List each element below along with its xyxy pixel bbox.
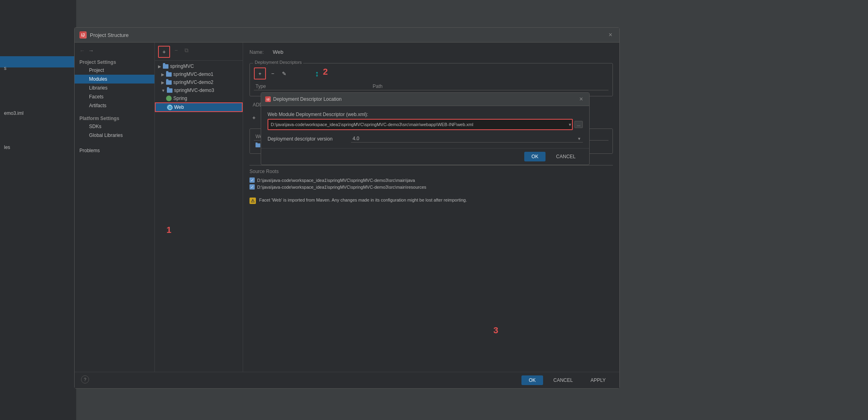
web-module-descriptor-input-wrapper: ▼ bbox=[268, 119, 573, 130]
ok-button[interactable]: OK bbox=[521, 375, 543, 385]
add-web-resource-button[interactable]: + bbox=[249, 113, 258, 122]
sub-dialog-body: Web Module Deployment Descriptor (web.xm… bbox=[261, 106, 589, 148]
sub-dialog-title-content: IJ Deployment Descriptor Location bbox=[265, 96, 342, 102]
deployment-descriptors-toolbar: + − ✎ ↕ 2 bbox=[254, 67, 608, 80]
updown-arrow-icon: ↕ bbox=[315, 69, 319, 78]
annotation-2: 2 bbox=[323, 67, 328, 77]
warning-icon: ⚠ bbox=[249, 198, 256, 204]
name-label: Name: bbox=[249, 49, 270, 55]
source-root-1-path: D:\java\java-code\workspace_idea1\spring… bbox=[257, 178, 415, 183]
tree-item-springmvc-demo3[interactable]: ▼ springMVC-demo3 bbox=[155, 86, 243, 94]
dialog-close-button[interactable]: × bbox=[606, 31, 614, 39]
tree-copy-button[interactable]: ⧉ bbox=[182, 46, 191, 55]
nav-back-forward: ← → bbox=[75, 46, 154, 57]
sub-dialog-close-button[interactable]: × bbox=[577, 95, 585, 103]
dropdown-arrow-icon[interactable]: ▼ bbox=[568, 122, 572, 127]
sub-dialog-footer: OK CANCEL bbox=[261, 148, 589, 165]
left-nav-panel: ← → Project Settings Project Modules Lib… bbox=[75, 43, 155, 372]
folder-icon bbox=[166, 72, 172, 77]
source-roots-title: Source Roots bbox=[249, 169, 613, 174]
tree-add-button-highlighted[interactable]: + bbox=[158, 46, 170, 58]
tree-item-spring[interactable]: Spring bbox=[155, 94, 243, 102]
nav-item-artifacts[interactable]: Artifacts bbox=[75, 101, 154, 110]
tree-add-button[interactable]: + bbox=[160, 47, 168, 56]
cancel-button[interactable]: CANCEL bbox=[546, 375, 580, 385]
source-root-2-path: D:\java\java-code\workspace_idea1\spring… bbox=[257, 185, 426, 190]
source-roots-section: Source Roots D:\java\java-code\workspace… bbox=[249, 162, 613, 190]
dialog-body: ← → Project Settings Project Modules Lib… bbox=[75, 43, 619, 372]
web-icon bbox=[167, 104, 172, 110]
version-dropdown-arrow-icon[interactable]: ▼ bbox=[577, 137, 581, 141]
dialog-title-bar: IJ Project Structure × bbox=[75, 28, 619, 43]
source-root-1-row: D:\java\java-code\workspace_idea1\spring… bbox=[249, 177, 613, 183]
web-module-descriptor-input[interactable] bbox=[268, 120, 568, 129]
chevron-right-icon: ▶ bbox=[161, 72, 164, 77]
dir-icon bbox=[256, 143, 260, 147]
edit-descriptor-button[interactable]: ✎ bbox=[280, 69, 288, 78]
dialog-footer: ? OK CANCEL APPLY bbox=[75, 372, 619, 388]
tree-item-springmvc[interactable]: ▶ springMVC bbox=[155, 62, 243, 70]
path-col-header: Path bbox=[373, 84, 607, 89]
sub-dialog-title-text: Deployment Descriptor Location bbox=[273, 96, 342, 102]
add-descriptor-button-highlighted[interactable]: + bbox=[254, 67, 266, 80]
folder-icon bbox=[163, 64, 168, 69]
nav-item-sdks[interactable]: SDKs bbox=[75, 122, 154, 131]
tree-remove-button[interactable]: − bbox=[172, 46, 180, 55]
add-descriptor-button[interactable]: + bbox=[256, 69, 264, 78]
apply-button[interactable]: APPLY bbox=[583, 375, 613, 385]
project-settings-section-label: Project Settings bbox=[75, 57, 154, 66]
sub-dialog-icon: IJ bbox=[265, 96, 271, 102]
sidebar-label-mo3iml: emo3.iml bbox=[4, 110, 24, 116]
content-panel: Name: Web Deployment Descriptors + − ✎ ↕… bbox=[243, 43, 619, 372]
version-row: Deployment descriptor version 4.0 ▼ bbox=[268, 135, 583, 143]
sidebar-label-les: les bbox=[4, 145, 10, 150]
name-value: Web bbox=[273, 49, 284, 55]
sidebar-label-s: s bbox=[4, 65, 6, 71]
dialog-title-content: IJ Project Structure bbox=[79, 31, 129, 39]
nav-item-libraries[interactable]: Libraries bbox=[75, 84, 154, 92]
folder-icon bbox=[166, 80, 172, 85]
name-field-row: Name: Web bbox=[249, 49, 613, 55]
project-structure-dialog: IJ Project Structure × ← → Project Setti… bbox=[74, 27, 620, 389]
tree-panel: + − ⧉ ▶ springMVC ▶ springMVC-demo1 bbox=[155, 43, 243, 372]
folder-icon bbox=[167, 88, 172, 93]
browse-button[interactable]: ... bbox=[574, 121, 583, 128]
nav-item-facets[interactable]: Facets bbox=[75, 92, 154, 101]
web-module-descriptor-field: Web Module Deployment Descriptor (web.xm… bbox=[268, 112, 583, 130]
nav-item-problems[interactable]: Problems bbox=[75, 146, 154, 155]
nav-item-project[interactable]: Project bbox=[75, 66, 154, 75]
platform-settings-section-label: Platform Settings bbox=[75, 113, 154, 122]
nav-item-modules[interactable]: Modules bbox=[75, 75, 154, 84]
nav-item-global-libraries[interactable]: Global Libraries bbox=[75, 131, 154, 140]
source-root-2-row: D:\java\java-code\workspace_idea1\spring… bbox=[249, 183, 613, 190]
sub-dialog-ok-button[interactable]: OK bbox=[524, 152, 546, 161]
chevron-right-icon: ▶ bbox=[158, 64, 161, 69]
sub-dialog-title-bar: IJ Deployment Descriptor Location × bbox=[261, 93, 589, 106]
version-value: 4.0 bbox=[353, 136, 359, 141]
tree-toolbar: + − ⧉ bbox=[155, 44, 243, 61]
remove-descriptor-button[interactable]: − bbox=[268, 69, 277, 78]
deployment-descriptors-title: Deployment Descriptors bbox=[253, 60, 303, 65]
help-button[interactable]: ? bbox=[81, 375, 89, 383]
web-module-descriptor-input-row: ▼ ... bbox=[268, 119, 583, 130]
source-root-2-checkbox[interactable] bbox=[249, 184, 255, 190]
chevron-down-icon: ▼ bbox=[161, 88, 165, 93]
descriptors-table-header: Type Path bbox=[254, 83, 608, 90]
tree-items-list: ▶ springMVC ▶ springMVC-demo1 ▶ springMV… bbox=[155, 61, 243, 370]
deployment-descriptors-section: Deployment Descriptors + − ✎ ↕ 2 Type Pa… bbox=[249, 63, 613, 96]
nav-forward-button[interactable]: → bbox=[88, 47, 94, 54]
nav-back-button[interactable]: ← bbox=[79, 47, 85, 54]
deployment-descriptor-location-dialog: IJ Deployment Descriptor Location × Web … bbox=[261, 92, 590, 165]
spring-icon bbox=[166, 96, 172, 101]
tree-item-web[interactable]: Web bbox=[155, 102, 243, 112]
web-module-descriptor-label: Web Module Deployment Descriptor (web.xm… bbox=[268, 112, 583, 117]
divider bbox=[249, 165, 613, 165]
warning-text: Facet 'Web' is imported from Maven. Any … bbox=[259, 198, 467, 202]
chevron-right-icon: ▶ bbox=[161, 80, 164, 85]
sub-dialog-cancel-button[interactable]: CANCEL bbox=[549, 152, 583, 161]
type-col-header: Type bbox=[256, 84, 373, 89]
tree-item-springmvc-demo2[interactable]: ▶ springMVC-demo2 bbox=[155, 78, 243, 86]
tree-item-springmvc-demo1[interactable]: ▶ springMVC-demo1 bbox=[155, 70, 243, 78]
source-root-1-checkbox[interactable] bbox=[249, 177, 255, 183]
version-label: Deployment descriptor version bbox=[268, 136, 348, 142]
